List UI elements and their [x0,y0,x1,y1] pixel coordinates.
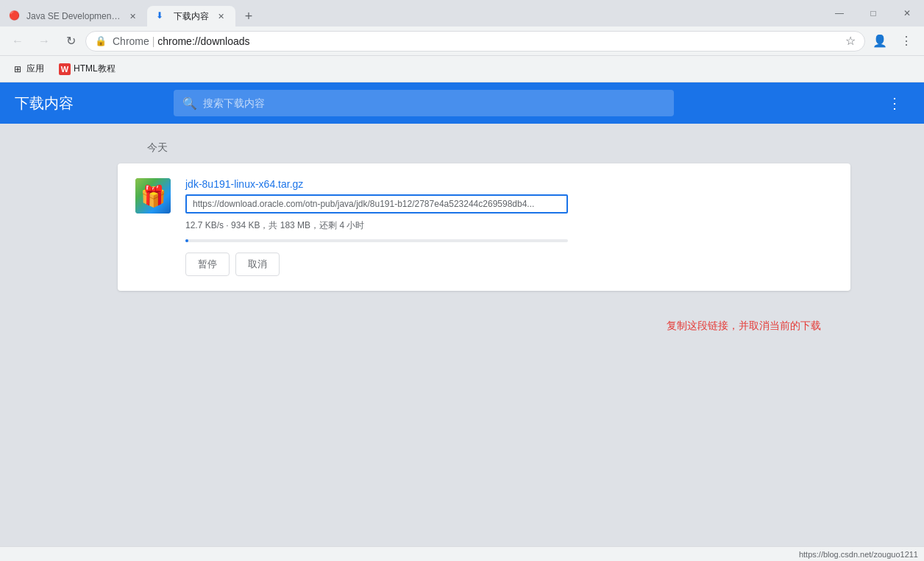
page-wrapper: 下载内容 🔍 ⋮ 今天 🎁 jdk-8u191-linux-x64.tar.gz [0,82,924,561]
downloads-header: 下载内容 🔍 ⋮ [0,82,924,124]
search-icon: 🔍 [182,96,197,110]
window-controls: — □ ✕ [822,6,924,27]
download-filename[interactable]: jdk-8u191-linux-x64.tar.gz [185,178,833,190]
minimize-button[interactable]: — [822,3,856,24]
tab-jdk-favicon: 🔴 [9,10,21,22]
refresh-button[interactable]: ↻ [59,29,82,53]
tab-jdk[interactable]: 🔴 Java SE Development Kit 8 - D ✕ [0,6,147,27]
downloads-page-title: 下载内容 [15,94,162,113]
file-icon-wrapper: 🎁 [135,178,171,214]
section-today-label: 今天 [147,141,924,155]
bookmark-apps-label: 应用 [26,63,44,75]
progress-bar-background [185,239,568,242]
download-status: 12.7 KB/s · 934 KB，共 183 MB，还剩 4 小时 [185,219,833,232]
bookmark-apps[interactable]: ⊞ 应用 [6,60,50,78]
star-icon[interactable]: ☆ [845,34,856,48]
download-info: jdk-8u191-linux-x64.tar.gz https://downl… [185,178,833,276]
search-input[interactable] [203,97,665,109]
annotation-text: 复制这段链接，并取消当前的下载 [667,320,821,333]
profile-button[interactable]: 👤 [868,29,892,53]
html-tutorial-icon: W [59,63,71,75]
lock-icon: 🔒 [95,35,107,46]
address-url: chrome://downloads [157,35,249,47]
bookmark-html-tutorial[interactable]: W HTML教程 [53,60,121,78]
tab-downloads-favicon: ⬇ [156,10,168,22]
cancel-button[interactable]: 取消 [235,253,280,276]
bookmarks-bar: ⊞ 应用 W HTML教程 [0,56,924,82]
address-bar-text: Chrome | chrome://downloads [113,35,839,47]
forward-button[interactable]: → [32,29,56,53]
chrome-label: Chrome [113,35,149,47]
download-card: 🎁 jdk-8u191-linux-x64.tar.gz https://dow… [118,163,850,291]
tab-downloads[interactable]: ⬇ 下载内容 ✕ [147,6,235,27]
tab-jdk-close[interactable]: ✕ [127,10,138,22]
title-bar: 🔴 Java SE Development Kit 8 - D ✕ ⬇ 下载内容… [0,0,924,27]
toolbar-right: 👤 ⋮ [868,29,918,53]
back-button[interactable]: ← [6,29,29,53]
jdk-file-icon: 🎁 [135,178,171,214]
download-actions: 暂停 取消 [185,253,833,276]
toolbar: ← → ↻ 🔒 Chrome | chrome://downloads ☆ 👤 … [0,27,924,56]
new-tab-button[interactable]: + [238,6,259,27]
tab-downloads-close[interactable]: ✕ [215,10,227,22]
downloads-menu-button[interactable]: ⋮ [880,88,909,118]
downloads-body: 今天 🎁 jdk-8u191-linux-x64.tar.gz https://… [0,124,924,546]
status-bar: https://blog.csdn.net/zouguo1211 [0,546,924,561]
search-box[interactable]: 🔍 [174,90,674,116]
browser-menu-button[interactable]: ⋮ [895,29,918,53]
status-url: https://blog.csdn.net/zouguo1211 [799,550,918,559]
progress-bar-fill [185,239,188,242]
pause-button[interactable]: 暂停 [185,253,230,276]
download-url-box: https://download.oracle.com/otn-pub/java… [185,194,568,214]
bookmark-html-label: HTML教程 [74,63,115,75]
tab-jdk-label: Java SE Development Kit 8 - D [26,11,121,21]
browser-frame: 🔴 Java SE Development Kit 8 - D ✕ ⬇ 下载内容… [0,0,924,561]
tab-downloads-label: 下载内容 [174,10,209,23]
maximize-button[interactable]: □ [856,3,890,24]
address-bar[interactable]: 🔒 Chrome | chrome://downloads ☆ [85,31,865,52]
apps-icon: ⊞ [12,63,24,75]
gift-icon: 🎁 [141,184,166,208]
close-button[interactable]: ✕ [890,3,924,24]
